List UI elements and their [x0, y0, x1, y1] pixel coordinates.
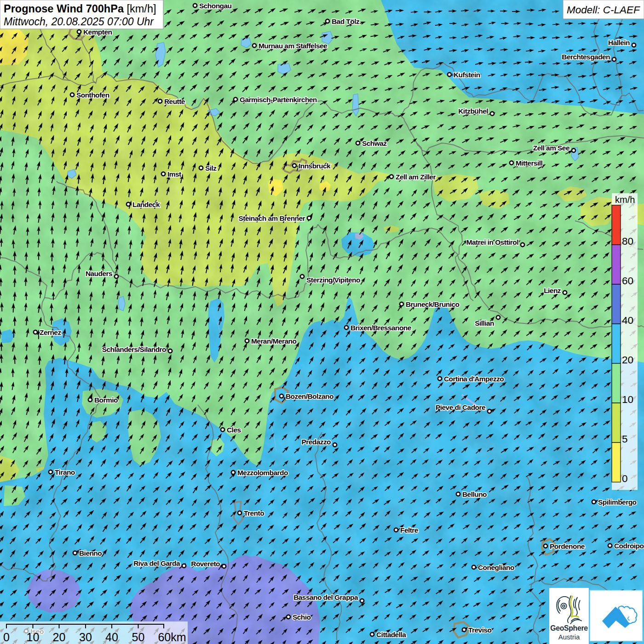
svg-text:Reutte: Reutte	[164, 98, 185, 105]
svg-text:km/h: km/h	[615, 195, 635, 205]
svg-text:Berchtesgaden: Berchtesgaden	[562, 53, 610, 61]
svg-text:Kufstein: Kufstein	[454, 71, 480, 79]
svg-text:60km: 60km	[158, 631, 186, 644]
svg-text:Nauders: Nauders	[86, 270, 112, 277]
svg-text:Imst: Imst	[167, 170, 181, 178]
svg-text:Cles: Cles	[227, 426, 241, 434]
svg-text:Lienz: Lienz	[544, 287, 561, 294]
svg-text:Meran/Merano: Meran/Merano	[251, 337, 296, 345]
svg-text:40: 40	[622, 315, 633, 326]
svg-text:Conegliano: Conegliano	[478, 564, 514, 571]
svg-text:80: 80	[622, 236, 633, 247]
svg-text:Mittwoch, 20.08.2025 07:00 Uhr: Mittwoch, 20.08.2025 07:00 Uhr	[4, 16, 154, 28]
svg-text:Schongau: Schongau	[199, 2, 231, 10]
svg-text:Pordenone: Pordenone	[550, 542, 585, 550]
svg-text:Sillian: Sillian	[475, 319, 494, 327]
svg-text:Zell am Ziller: Zell am Ziller	[396, 173, 436, 181]
svg-text:Kitzbühel: Kitzbühel	[458, 107, 488, 115]
svg-text:Brixen/Bressanone: Brixen/Bressanone	[351, 324, 412, 332]
svg-text:Murnau am Staffelsee: Murnau am Staffelsee	[259, 42, 328, 50]
svg-text:GeoSphere: GeoSphere	[550, 624, 588, 632]
svg-text:40: 40	[105, 631, 118, 644]
svg-text:Bozen/Bolzano: Bozen/Bolzano	[286, 392, 334, 400]
svg-text:Spilimbergo: Spilimbergo	[598, 498, 637, 506]
svg-text:Steinach am Brenner: Steinach am Brenner	[239, 214, 305, 222]
svg-text:Trento: Trento	[244, 509, 264, 517]
svg-text:Garmisch-Partenkirchen: Garmisch-Partenkirchen	[240, 96, 317, 104]
svg-text:Austria: Austria	[558, 633, 580, 641]
svg-text:Silz: Silz	[205, 164, 217, 172]
svg-text:0: 0	[3, 631, 10, 644]
svg-text:Schio: Schio	[293, 613, 311, 621]
svg-text:Predazzo: Predazzo	[301, 438, 331, 446]
svg-text:Prognose Wind 700hPa [km/h]: Prognose Wind 700hPa [km/h]	[4, 3, 156, 15]
svg-text:Riva del Garda: Riva del Garda	[133, 559, 180, 567]
svg-text:Tirano: Tirano	[55, 468, 75, 476]
svg-text:Sonthofen: Sonthofen	[76, 91, 109, 99]
svg-text:Belluno: Belluno	[462, 490, 487, 498]
svg-text:20: 20	[622, 354, 633, 366]
svg-text:Codroipo: Codroipo	[614, 542, 644, 550]
svg-text:Cittadella: Cittadella	[376, 631, 406, 638]
svg-text:5: 5	[622, 433, 628, 445]
svg-text:Schlanders/Silandro: Schlanders/Silandro	[102, 345, 166, 353]
svg-text:Bienno: Bienno	[79, 549, 102, 557]
svg-text:Sterzing/Vipiteno: Sterzing/Vipiteno	[306, 276, 360, 284]
svg-text:Feltre: Feltre	[400, 526, 419, 534]
svg-text:Bruneck/Brunico: Bruneck/Brunico	[406, 300, 460, 308]
svg-text:60: 60	[622, 275, 633, 287]
svg-text:20: 20	[53, 631, 66, 644]
svg-text:Pieve di Cadore: Pieve di Cadore	[436, 403, 486, 411]
svg-text:Matrei in Osttirol: Matrei in Osttirol	[466, 238, 519, 246]
svg-text:30: 30	[79, 631, 92, 644]
svg-text:Zernez: Zernez	[40, 328, 61, 336]
svg-text:Treviso: Treviso	[468, 626, 491, 634]
svg-text:Zell am See: Zell am See	[533, 144, 570, 152]
svg-text:Mittersill: Mittersill	[516, 159, 543, 167]
svg-text:10: 10	[27, 631, 40, 644]
svg-text:0: 0	[622, 473, 628, 484]
svg-text:Schwaz: Schwaz	[362, 139, 387, 147]
svg-text:50: 50	[132, 631, 145, 644]
svg-text:Modell: C-LAEF: Modell: C-LAEF	[567, 4, 640, 16]
svg-text:Mezzolombardo: Mezzolombardo	[237, 469, 288, 477]
svg-text:Rovereto: Rovereto	[191, 560, 220, 568]
svg-text:Innsbruck: Innsbruck	[299, 162, 331, 170]
svg-text:Bassano del Grappa: Bassano del Grappa	[293, 593, 358, 601]
svg-text:Landeck: Landeck	[132, 201, 160, 208]
svg-text:Bad Tölz: Bad Tölz	[332, 17, 360, 25]
svg-text:10: 10	[622, 394, 633, 405]
svg-text:Bormio: Bormio	[94, 396, 118, 404]
svg-text:Cortina d'Ampezzo: Cortina d'Ampezzo	[444, 375, 504, 383]
svg-text:Hallein: Hallein	[608, 39, 630, 46]
